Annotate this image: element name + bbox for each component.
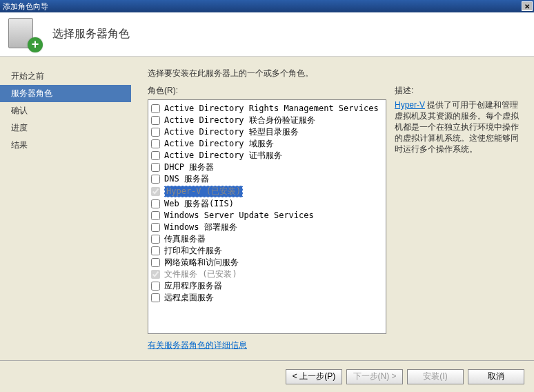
sidebar-step[interactable]: 确认 [0,102,131,119]
role-label: Active Directory 域服务 [164,139,274,149]
role-label: Hyper-V (已安装) [164,186,243,197]
role-item[interactable]: 应用程序服务器 [150,280,384,292]
role-label: 传真服务器 [164,234,206,244]
description-text: Hyper-V 提供了可用于创建和管理虚拟机及其资源的服务。每个虚拟机都是一个在… [395,99,526,155]
role-item[interactable]: DHCP 服务器 [150,161,384,173]
role-label: Web 服务器(IIS) [164,199,234,209]
role-checkbox [151,187,160,196]
role-label: 文件服务 (已安装) [164,269,237,280]
role-label: 网络策略和访问服务 [164,257,239,268]
server-role-icon: + [8,18,41,51]
role-item[interactable]: Active Directory Rights Management Servi… [150,103,384,115]
role-item[interactable]: 网络策略和访问服务 [150,257,384,268]
role-item[interactable]: DNS 服务器 [150,173,384,185]
role-checkbox[interactable] [151,223,160,232]
more-info-link[interactable]: 有关服务器角色的详细信息 [148,340,247,351]
role-label: Active Directory 证书服务 [164,150,282,161]
role-checkbox[interactable] [151,293,160,302]
role-checkbox[interactable] [151,235,160,244]
role-checkbox[interactable] [151,246,160,255]
role-item[interactable]: Windows 部署服务 [150,222,384,233]
instruction-text: 选择要安装在此服务器上的一个或多个角色。 [148,68,526,79]
page-title: 选择服务器角色 [52,27,130,41]
titlebar: 添加角色向导 ✕ [0,0,534,12]
role-item: 文件服务 (已安装) [150,268,384,280]
role-label: Active Directory Rights Management Servi… [164,104,379,114]
role-checkbox[interactable] [151,116,160,125]
main-panel: 选择要安装在此服务器上的一个或多个角色。 角色(R): Active Direc… [131,57,534,360]
install-button[interactable]: 安装(I) [407,369,464,384]
sidebar-step[interactable]: 开始之前 [0,68,131,85]
sidebar-step[interactable]: 结果 [0,137,131,154]
role-label: 远程桌面服务 [164,293,214,303]
role-checkbox[interactable] [151,258,160,267]
role-checkbox[interactable] [151,199,160,208]
role-checkbox[interactable] [151,139,160,148]
role-checkbox[interactable] [151,104,160,113]
role-label: 应用程序服务器 [164,281,222,291]
roles-label: 角色(R): [148,85,386,97]
role-checkbox [151,270,160,279]
role-item[interactable]: 打印和文件服务 [150,245,384,257]
role-item[interactable]: 传真服务器 [150,233,384,245]
sidebar-step[interactable]: 服务器角色 [0,85,131,102]
cancel-button[interactable]: 取消 [468,369,524,384]
wizard-steps-sidebar: 开始之前服务器角色确认进度结果 [0,57,131,360]
role-label: Windows Server Update Services [164,210,314,221]
sidebar-step[interactable]: 进度 [0,119,131,137]
wizard-footer: < 上一步(P) 下一步(N) > 安装(I) 取消 [0,360,534,392]
role-checkbox[interactable] [151,151,160,160]
role-checkbox[interactable] [151,211,160,220]
role-item: Hyper-V (已安装) [150,185,384,198]
description-label: 描述: [395,85,526,97]
role-item[interactable]: Active Directory 域服务 [150,138,384,150]
role-label: Active Directory 轻型目录服务 [164,127,299,137]
role-checkbox[interactable] [151,282,160,291]
role-item[interactable]: Windows Server Update Services [150,210,384,222]
description-link[interactable]: Hyper-V [395,100,425,110]
role-label: 打印和文件服务 [164,246,222,256]
role-item[interactable]: Active Directory 联合身份验证服务 [150,115,384,126]
role-item[interactable]: Web 服务器(IIS) [150,198,384,210]
role-label: Active Directory 联合身份验证服务 [164,115,315,126]
role-item[interactable]: Active Directory 证书服务 [150,150,384,161]
role-label: Windows 部署服务 [164,222,237,233]
prev-button[interactable]: < 上一步(P) [286,369,342,384]
close-button[interactable]: ✕ [522,1,533,11]
window-title: 添加角色向导 [3,1,522,12]
role-item[interactable]: 远程桌面服务 [150,292,384,304]
wizard-header: + 选择服务器角色 [0,12,534,57]
role-checkbox[interactable] [151,163,160,172]
role-checkbox[interactable] [151,128,160,137]
roles-list[interactable]: Active Directory Rights Management Servi… [148,99,386,334]
role-checkbox[interactable] [151,175,160,184]
next-button[interactable]: 下一步(N) > [346,369,403,384]
role-label: DHCP 服务器 [164,162,214,173]
role-item[interactable]: Active Directory 轻型目录服务 [150,126,384,138]
role-label: DNS 服务器 [164,174,209,184]
